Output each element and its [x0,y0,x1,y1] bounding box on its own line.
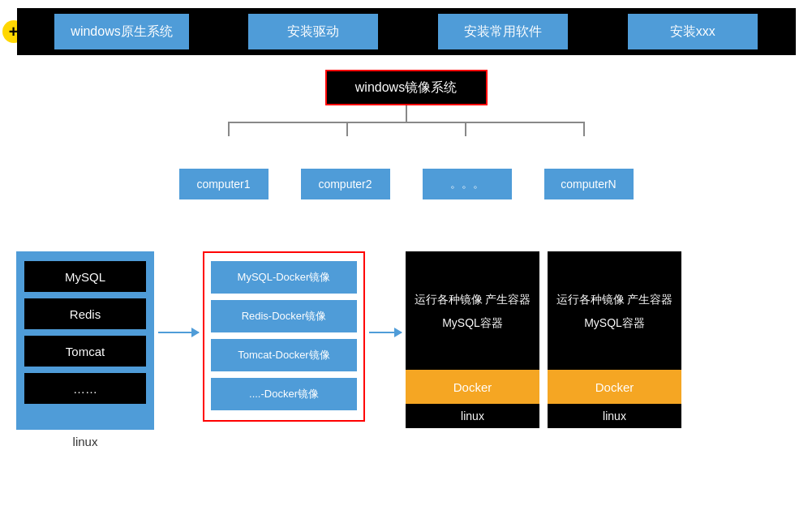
child-box-computer2: computer2 [301,169,390,199]
mirror-box: windows镜像系统 [325,70,488,105]
server1-top-text: 运行各种镜像 产生容器 [415,292,531,308]
arrow2 [369,332,402,333]
branch-line-3 [465,123,466,136]
child-box-computer1: computer1 [179,169,269,199]
top-box-windows: windows原生系统 [54,14,188,49]
tree-branches-row [228,123,585,136]
linux-mysql: MySQL [24,261,146,292]
server2-wrapper: 运行各种镜像 产生容器 MySQL容器 Docker linux [548,251,681,428]
tree-vertical-line [406,105,407,122]
branch-line-1 [228,123,230,136]
docker-images-box: MySQL-Docker镜像 Redis-Docker镜像 Tomcat-Doc… [203,251,365,422]
arrow1 [158,332,199,333]
child-boxes: computer1 computer2 。。。 computerN [163,169,650,199]
docker-images-wrapper: MySQL-Docker镜像 Redis-Docker镜像 Tomcat-Doc… [203,251,365,422]
server1-docker: Docker [406,370,539,404]
server2-top: 运行各种镜像 产生容器 MySQL容器 [548,251,681,370]
server1-box: 运行各种镜像 产生容器 MySQL容器 Docker linux [406,251,539,428]
server1-top: 运行各种镜像 产生容器 MySQL容器 [406,251,539,370]
branch-computer2 [346,123,348,136]
mirror-section: windows镜像系统 [163,70,650,199]
branch-line-4 [583,123,585,136]
branch-dots [465,123,466,136]
child-box-computerN: computerN [544,169,634,199]
branch-computer1 [228,123,230,136]
linux-more: …… [24,373,146,404]
server1-mysql: MySQL容器 [442,311,503,336]
docker-mysql: MySQL-Docker镜像 [211,261,357,294]
server-boxes: 运行各种镜像 产生容器 MySQL容器 Docker linux 运行各种镜像 … [406,251,681,428]
server1-wrapper: 运行各种镜像 产生容器 MySQL容器 Docker linux [406,251,539,428]
linux-left-wrapper: MySQL Redis Tomcat …… linux [16,251,154,448]
linux-label: linux [73,435,98,448]
docker-more: ....-Docker镜像 [211,378,357,410]
server2-box: 运行各种镜像 产生容器 MySQL容器 Docker linux [548,251,681,428]
server2-top-text: 运行各种镜像 产生容器 [556,292,673,308]
linux-redis: Redis [24,298,146,329]
top-box-xxx: 安装xxx [628,14,758,49]
linux-tomcat: Tomcat [24,336,146,367]
server1-linux: linux [406,404,539,428]
child-box-dots: 。。。 [423,169,512,199]
server2-linux: linux [548,404,681,428]
linux-left-box: MySQL Redis Tomcat …… [16,251,154,430]
server2-docker: Docker [548,370,681,404]
docker-redis: Redis-Docker镜像 [211,300,357,332]
server2-mysql: MySQL容器 [584,311,645,336]
arrow2-container [365,251,406,430]
arrow1-container [154,251,203,430]
branch-line-2 [346,123,348,136]
top-box-software: 安装常用软件 [438,14,568,49]
branch-computerN [583,123,585,136]
bottom-section: MySQL Redis Tomcat …… linux MySQL-Docker… [16,251,796,448]
docker-tomcat: Tomcat-Docker镜像 [211,339,357,371]
top-section: + windows原生系统 安装驱动 安装常用软件 安装xxx windows镜… [0,8,812,199]
top-bar: windows原生系统 安装驱动 安装常用软件 安装xxx [17,8,796,55]
tree-structure: computer1 computer2 。。。 computerN [163,105,650,199]
top-box-driver: 安装驱动 [248,14,378,49]
